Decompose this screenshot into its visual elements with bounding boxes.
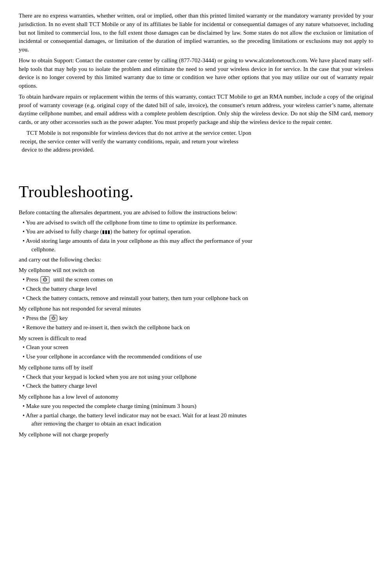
carry-out-text: and carry out the following checks: [19,256,373,264]
section1-bullet-2: Check the battery charge level [19,285,373,293]
section5-heading: My cellphone has a low level of autonomy [19,393,373,401]
section4-heading: My cellphone turns off by itself [19,364,373,372]
section5-bullet-1: Make sure you respected the complete cha… [19,402,373,411]
section3-heading: My screen is difficult to read [19,334,373,343]
warranty-paragraph-4: TCT Mobile is not responsible for wirele… [19,129,373,154]
section2-heading: My cellphone has not responded for sever… [19,305,373,313]
section4-bullet-1: Check that your keypad is locked when yo… [19,373,373,381]
warranty-paragraph-3: To obtain hardware repairs or replacemen… [19,93,373,127]
section1-heading: My cellphone will not switch on [19,266,373,275]
troubleshooting-heading: Troubleshooting. [19,180,373,204]
power-button-icon: ⏻ [41,276,49,283]
section5-bullet-2: After a partial charge, the battery leve… [19,411,373,429]
power-button-icon-2: ⏻ [49,315,57,321]
warranty-paragraph-2: How to obtain Support: Contact the custo… [19,57,373,90]
section1-bullet-3: Check the battery contacts, remove and r… [19,294,373,303]
section4-bullet-2: Check the battery charge level [19,382,373,390]
section2-bullet-2: Remove the battery and re-insert it, the… [19,323,373,332]
section2-bullet-1: Press the ⏻ key [19,314,373,323]
general-bullet-1: You are advised to switch off the cellph… [19,219,373,227]
section3-bullet-1: Clean your screen [19,343,373,352]
section3-bullet-2: Use your cellphone in accordance with th… [19,353,373,361]
general-bullet-2: You are advised to fully charge (▮▮▮) th… [19,228,373,236]
general-bullet-3: Avoid storing large amounts of data in y… [19,237,373,254]
troubleshooting-intro: Before contacting the aftersales departm… [19,208,373,217]
section6-heading: My cellphone will not charge properly [19,431,373,439]
warranty-paragraph-1: There are no express warranties, whether… [19,12,373,54]
warranty-section: There are no express warranties, whether… [19,12,373,154]
section1-bullet-1: Press ⏻ until the screen comes on [19,275,373,284]
troubleshooting-section: Troubleshooting. Before contacting the a… [19,180,373,439]
